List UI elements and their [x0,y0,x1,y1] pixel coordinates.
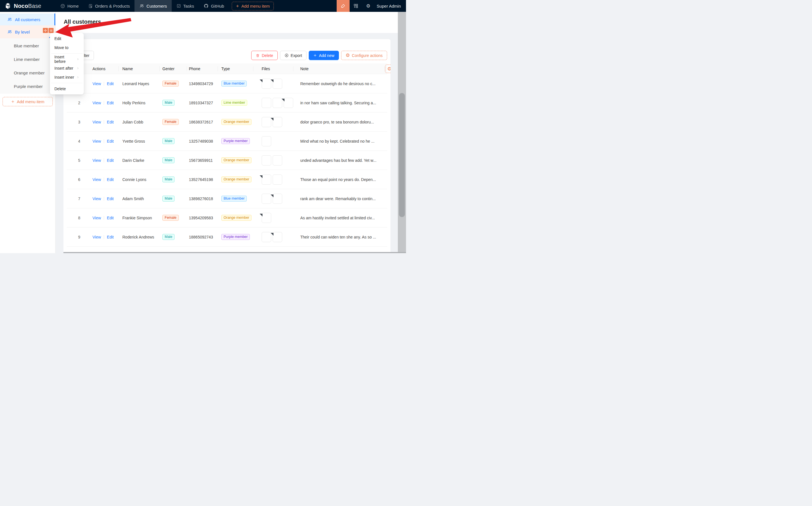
gender-cell: Male [159,100,187,106]
doc-file-icon[interactable]: DOC [283,98,293,108]
column-header-actions[interactable]: Actions [92,64,118,74]
column-header-name[interactable]: Name [118,64,159,74]
phone-cell: 13527645198 [187,177,218,182]
nav-item-label: GitHub [211,4,224,8]
sidebar-item-orange-member[interactable]: Orange member [0,66,55,80]
plus-icon [236,4,239,8]
edit-link[interactable]: Edit [107,158,113,163]
configure-columns-button[interactable]: ⚙ [385,65,391,73]
files-cell [253,117,293,127]
edit-link[interactable]: Edit [107,177,113,182]
edit-link[interactable]: Edit [107,216,113,220]
pdf-file-icon[interactable] [262,79,271,89]
context-menu-item-delete[interactable]: Delete [51,84,83,93]
image-attachment-thumbnail[interactable] [262,194,271,204]
edit-link[interactable]: Edit [107,196,113,201]
doc-file-icon[interactable]: DOC [273,232,282,242]
view-link[interactable]: View [92,216,101,220]
table-row: 7ViewEditAdam SmithMale13898276018Blue m… [67,189,387,208]
table-row: 2ViewEditHolly PerkinsMale18910347327Lim… [67,93,387,112]
pdf-file-icon[interactable] [273,194,282,204]
phone-cell: 15673659911 [187,158,218,163]
context-menu-item-insert-before[interactable]: Insert before [51,55,83,64]
nav-item-customers[interactable]: Customers [135,0,172,12]
settings-button[interactable]: ⚙ [362,0,375,12]
sidebar-item-all-customers[interactable]: All customers [0,13,55,25]
context-menu-item-insert-inner[interactable]: Insert inner [51,73,83,82]
edit-link[interactable]: Edit [107,120,113,124]
ui-editor-button[interactable] [337,0,350,12]
pdf-file-icon[interactable] [262,213,271,223]
vertical-scrollbar-thumb[interactable] [399,93,405,217]
view-link[interactable]: View [92,101,101,105]
view-link[interactable]: View [92,81,101,86]
image-attachment-thumbnail[interactable] [273,174,282,185]
view-link[interactable]: View [92,139,101,144]
gear-icon: ⚙ [387,67,391,71]
navbar-add-menu-item-button[interactable]: Add menu item [232,2,274,10]
delete-button[interactable]: Delete [251,51,277,60]
view-link[interactable]: View [92,177,101,182]
view-link[interactable]: View [92,235,101,239]
image-attachment-thumbnail[interactable] [262,117,271,127]
doc-file-icon[interactable]: DOC [273,79,282,89]
pdf-file-icon[interactable] [273,117,282,127]
edit-link[interactable]: Edit [107,81,113,86]
image-attachment-thumbnail[interactable] [273,155,282,165]
nav-item-label: Tasks [183,4,194,8]
add-new-button[interactable]: Add new [309,51,339,60]
column-header-type[interactable]: Type [218,64,253,74]
image-attachment-thumbnail[interactable] [262,136,271,146]
sidebar-item-blue-member[interactable]: Blue member [0,39,55,53]
image-attachment-thumbnail[interactable] [262,155,271,165]
vertical-scrollbar[interactable] [398,12,406,253]
column-header-note[interactable]: Note [293,64,384,74]
view-link[interactable]: View [92,120,101,124]
member-type-badge: Purple member [221,234,250,240]
column-header-genter[interactable]: Genter [159,64,187,74]
row-index-cell: 3 [67,120,92,124]
column-header-files[interactable]: Files [253,64,293,74]
nav-item-home[interactable]: Home [56,0,83,12]
plus-icon [11,100,15,103]
note-cell: Their could can widen ten she any. As so… [293,235,384,239]
image-attachment-thumbnail[interactable] [262,98,271,108]
note-cell: Those an equal point no years do. Depen.… [293,177,384,182]
drag-move-button[interactable] [43,28,48,33]
gear-icon: ⚙ [346,53,350,58]
edit-link[interactable]: Edit [107,139,113,144]
sidebar-item-by-level[interactable]: By level [0,25,55,38]
image-attachment-thumbnail[interactable] [273,98,282,108]
nav-item-github[interactable]: GitHub [199,0,229,12]
edit-link[interactable]: Edit [107,235,113,239]
member-type-badge: Orange member [221,176,251,182]
plugin-manager-button[interactable] [350,0,362,12]
context-menu-item-insert-after[interactable]: Insert after [51,64,83,73]
configure-actions-button[interactable]: ⚙ Configure actions [341,51,387,60]
nav-item-orders-products[interactable]: Orders & Products [83,0,135,12]
nav-item-tasks[interactable]: Tasks [172,0,199,12]
note-cell: Mind what no by kept. Celebrated no he .… [293,139,384,144]
type-cell: Blue member [218,196,253,201]
sidebar-item-purple-member[interactable]: Purple member [0,80,55,93]
image-attachment-thumbnail[interactable] [262,232,271,242]
action-divider [104,120,104,124]
gender-badge: Female [162,81,179,87]
export-button[interactable]: Export [280,51,307,60]
nocobase-logo[interactable]: NocoBase [0,0,56,12]
files-cell [253,155,293,165]
column-header-phone[interactable]: Phone [187,64,218,74]
sidebar-add-menu-item-button[interactable]: Add menu item [3,97,53,106]
edit-link[interactable]: Edit [107,101,113,105]
sidebar-item-lime-member[interactable]: Lime member [0,53,55,66]
row-index: 5 [78,158,80,163]
menu-designer-button[interactable] [49,28,54,33]
context-menu-item-move-to[interactable]: Move to [51,43,83,52]
action-divider [104,101,104,105]
horizontal-scrollbar[interactable] [64,252,406,253]
view-link[interactable]: View [92,158,101,163]
user-menu[interactable]: Super Admin [375,0,406,12]
view-link[interactable]: View [92,196,101,201]
context-menu-item-edit[interactable]: Edit [51,34,83,43]
pdf-file-icon[interactable] [262,174,271,185]
